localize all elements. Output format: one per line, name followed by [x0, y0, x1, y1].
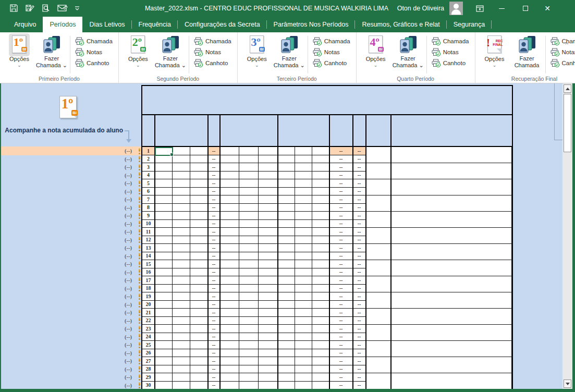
grid-cell[interactable]: 5 [142, 179, 155, 188]
grid-cell[interactable] [220, 333, 239, 341]
grid-cell[interactable] [190, 325, 208, 333]
row-marker-value[interactable]: (--) [125, 237, 132, 243]
grid-cell[interactable] [190, 195, 208, 204]
exclamation-icon[interactable] [138, 310, 141, 316]
grid-cell[interactable]: 10 [142, 220, 155, 228]
grid-cell[interactable] [220, 382, 239, 389]
grid-cell[interactable] [312, 285, 329, 293]
scrollbar-thumb[interactable] [564, 94, 571, 152]
grid-cell[interactable] [190, 260, 208, 268]
grid-cell[interactable] [259, 244, 278, 252]
grid-cell[interactable] [295, 244, 312, 252]
grid-cell[interactable]: -- [353, 349, 366, 358]
grid-cell[interactable] [190, 236, 208, 244]
grid-cell[interactable]: -- [353, 309, 366, 317]
exclamation-icon[interactable] [138, 269, 141, 275]
grid-cell[interactable]: 17 [142, 276, 155, 285]
grid-cell[interactable]: 2 [142, 155, 155, 164]
grid-cell[interactable] [190, 285, 208, 293]
grid-cell[interactable] [312, 373, 329, 382]
fazer-chamada-button[interactable]: Fazer Chamada ⌄ [154, 34, 187, 69]
grid-cell[interactable] [220, 147, 239, 155]
exclamation-icon[interactable] [138, 213, 141, 219]
grid-cell[interactable]: 4 [142, 172, 155, 180]
grid-cell[interactable] [239, 260, 259, 268]
grid-cell[interactable] [220, 252, 239, 261]
grid-cell[interactable]: -- [353, 382, 366, 389]
grid-cell[interactable] [220, 188, 239, 196]
grid-cell[interactable]: -- [353, 292, 366, 301]
grid-cell[interactable]: -- [353, 228, 366, 236]
grid-cell[interactable] [278, 333, 295, 341]
grid-cell[interactable] [155, 333, 173, 341]
grid-cell[interactable] [312, 244, 329, 252]
grid-cell[interactable]: -- [208, 325, 220, 333]
grid-cell[interactable] [190, 188, 208, 196]
tab-dias-letivos[interactable]: Dias Letivos [82, 17, 131, 32]
materia-cell[interactable] [391, 260, 512, 276]
materia-cell[interactable] [391, 228, 512, 244]
grid-cell[interactable] [278, 276, 295, 285]
materia-cell[interactable] [391, 373, 512, 389]
grid-cell[interactable] [239, 292, 259, 301]
grid-cell[interactable]: -- [353, 155, 366, 164]
grid-cell[interactable] [259, 357, 278, 365]
exclamation-icon[interactable] [138, 188, 141, 194]
grid-cell[interactable] [155, 188, 173, 196]
grid-cell[interactable] [259, 163, 278, 172]
grid-cell[interactable]: -- [329, 333, 353, 341]
grid-cell[interactable] [173, 341, 190, 349]
materia-cell[interactable] [391, 147, 512, 163]
grid-cell[interactable] [155, 172, 173, 180]
grid-cell[interactable]: -- [329, 179, 353, 188]
row-marker-value[interactable]: (--) [125, 350, 132, 356]
grid-cell[interactable] [220, 260, 239, 268]
grid-cell[interactable]: 25 [142, 341, 155, 349]
maximize-icon[interactable] [515, 0, 536, 17]
grid-cell[interactable] [155, 349, 173, 358]
grid-cell[interactable] [239, 301, 259, 309]
grid-cell[interactable] [278, 373, 295, 382]
grid-cell[interactable] [295, 204, 312, 212]
grid-cell[interactable] [155, 341, 173, 349]
grid-cell[interactable]: -- [353, 220, 366, 228]
grid-cell[interactable]: 22 [142, 317, 155, 325]
grid-cell[interactable] [259, 179, 278, 188]
grid-cell[interactable]: -- [208, 292, 220, 301]
grid-cell[interactable] [259, 220, 278, 228]
dias-cell[interactable] [366, 325, 391, 341]
grid-cell[interactable]: -- [353, 212, 366, 220]
grid-cell[interactable] [155, 260, 173, 268]
grid-cell[interactable] [295, 188, 312, 196]
grid-cell[interactable] [220, 276, 239, 285]
grid-cell[interactable] [295, 212, 312, 220]
grid-cell[interactable] [312, 220, 329, 228]
grid-cell[interactable]: -- [353, 147, 366, 155]
grid-cell[interactable] [295, 163, 312, 172]
grid-cell[interactable] [259, 341, 278, 349]
grid-cell[interactable] [312, 188, 329, 196]
grid-cell[interactable]: -- [208, 317, 220, 325]
grid-cell[interactable]: -- [353, 301, 366, 309]
grid-cell[interactable]: -- [208, 228, 220, 236]
row-marker-value[interactable]: (--) [125, 326, 132, 332]
grid-cell[interactable] [239, 220, 259, 228]
exclamation-icon[interactable] [138, 204, 141, 211]
dias-cell[interactable] [366, 373, 391, 389]
grid-cell[interactable] [190, 333, 208, 341]
materia-cell[interactable] [391, 325, 512, 341]
grid-cell[interactable] [312, 163, 329, 172]
dias-cell[interactable] [366, 357, 391, 373]
grid-cell[interactable] [312, 301, 329, 309]
exclamation-icon[interactable] [138, 350, 141, 356]
opcoes-button[interactable]: !RECFINAL Opções ⌄ [479, 34, 511, 67]
exclamation-icon[interactable] [138, 358, 141, 364]
exclamation-icon[interactable] [138, 229, 141, 235]
grid-cell[interactable] [173, 309, 190, 317]
materia-cell[interactable] [391, 276, 512, 292]
grid-cell[interactable]: 23 [142, 325, 155, 333]
dias-cell[interactable] [366, 309, 391, 325]
grid-cell[interactable]: -- [329, 212, 353, 220]
grid-cell[interactable] [220, 317, 239, 325]
grid-cell[interactable] [173, 285, 190, 293]
